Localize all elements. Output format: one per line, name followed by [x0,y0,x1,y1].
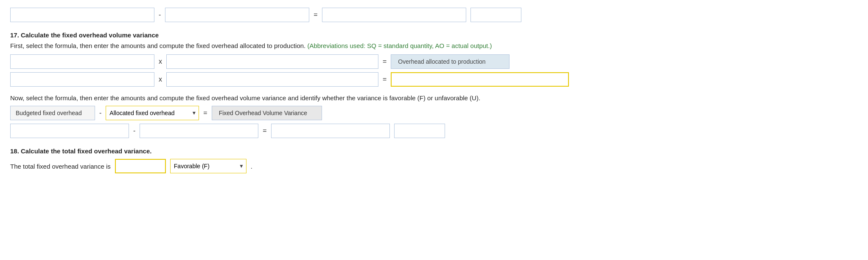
section-18-title: 18. Calculate the total fixed overhead v… [10,147,858,155]
formula-row2-result[interactable] [391,72,569,87]
formula-row2-input1[interactable] [10,72,154,87]
calc-row: - = [10,124,858,138]
top-operator-1: - [159,11,161,19]
top-formula-row: - = [10,8,858,22]
total-variance-select[interactable]: Favorable (F) Unfavorable (U) [170,159,246,173]
top-equals-1: = [314,11,317,19]
top-input-4[interactable] [470,8,521,22]
overhead-allocated-label: Overhead allocated to production [391,54,510,69]
section-17-desc2: Now, select the formula, then enter the … [10,94,858,102]
calc-input-2[interactable] [140,124,258,138]
section-17-title: 17. Calculate the fixed overhead volume … [10,31,858,39]
formula-row-2: x = [10,72,858,87]
formula-row1-eq: = [383,58,386,65]
calc-operator: - [133,127,135,135]
calc-result[interactable] [271,124,390,138]
total-select-wrapper: Favorable (F) Unfavorable (U) ▼ [170,159,246,173]
allocated-select-wrapper: Allocated fixed overhead Standard fixed … [106,106,199,120]
top-input-1[interactable] [10,8,154,22]
formula-row2-operator: x [159,76,162,83]
top-input-3[interactable] [322,8,466,22]
formula-select-row: Budgeted fixed overhead - Allocated fixe… [10,106,858,120]
formula-select-operator: - [99,109,101,117]
section-17-desc1-note: (Abbreviations used: SQ = standard quant… [307,42,492,49]
total-text-label: The total fixed overhead variance is [10,163,111,170]
total-row: The total fixed overhead variance is Fav… [10,159,858,173]
total-variance-input[interactable] [115,159,166,173]
allocated-select[interactable]: Allocated fixed overhead Standard fixed … [106,106,199,120]
calc-input-1[interactable] [10,124,129,138]
formula-row1-input1[interactable] [10,54,154,69]
section-17-desc1: First, select the formula, then enter th… [10,42,858,49]
period: . [251,163,252,170]
formula-row1-input2[interactable] [166,54,378,69]
fixed-overhead-volume-variance-label: Fixed Overhead Volume Variance [212,106,322,120]
formula-row2-input2[interactable] [166,72,378,87]
formula-row-1: x = Overhead allocated to production [10,54,858,69]
formula-row2-eq: = [383,76,386,83]
calc-eq: = [263,127,266,135]
calc-variance-type[interactable] [394,124,445,138]
top-input-2[interactable] [165,8,309,22]
section-17-desc1-text: First, select the formula, then enter th… [10,42,305,49]
budgeted-fixed-overhead-label: Budgeted fixed overhead [10,106,95,120]
formula-select-eq: = [203,109,207,117]
formula-row1-operator: x [159,58,162,65]
